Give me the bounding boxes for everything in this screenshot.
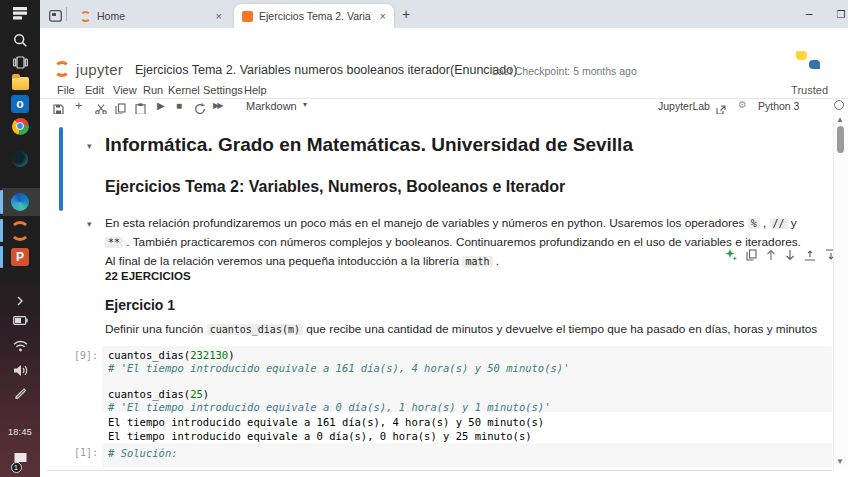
menu-view[interactable]: View	[113, 84, 137, 96]
tab-close-icon[interactable]: ×	[380, 10, 386, 22]
intro-paragraph: En esta relación profundizaremos un poco…	[105, 214, 812, 271]
scrollbar-thumb[interactable]	[837, 126, 844, 153]
tab-divider	[66, 7, 67, 21]
code-lines: cuantos_dias(232130)# 'El tiempo introdu…	[102, 346, 832, 414]
debugger-icon[interactable]: ⚙	[738, 99, 747, 110]
file-explorer-icon[interactable]	[0, 74, 40, 92]
exercise-1-paragraph: Definir una función cuantos_dias(m) que …	[105, 320, 825, 339]
menu-settings[interactable]: Settings	[203, 84, 243, 96]
powerpoint-icon[interactable]: P	[0, 248, 40, 266]
scrollbar-track[interactable]	[833, 114, 848, 470]
start-button[interactable]	[0, 4, 40, 22]
scroll-down-arrow[interactable]: ▼	[836, 457, 844, 466]
browser-toolbar: ← i localhost:8888/notebooks/Desktop/UNI…	[40, 28, 848, 56]
jupyter-logo-icon[interactable]	[54, 61, 70, 77]
tab-home[interactable]: Home ×	[72, 4, 230, 28]
heading-1: Informática. Grado en Matemáticas. Unive…	[105, 134, 633, 156]
volume-icon[interactable]	[0, 362, 40, 378]
menu-run[interactable]: Run	[143, 84, 163, 96]
tab-actions-icon[interactable]	[49, 8, 62, 26]
jupyter-logo-text[interactable]: jupyter	[76, 61, 123, 78]
chrome-icon[interactable]	[0, 117, 40, 135]
notifications-icon[interactable]: 1	[0, 452, 40, 470]
heading-2: Ejercicios Tema 2: Variables, Numeros, B…	[105, 178, 565, 196]
trusted-badge: Trusted	[791, 84, 828, 96]
execution-prompt: [1]:	[72, 447, 98, 458]
browser-titlebar: Home × Ejercicios Tema 2. Variables nume…	[40, 0, 848, 28]
exercise-count: 22 EJERCICIOS	[105, 270, 191, 282]
maximize-button[interactable]: ❐	[826, 0, 848, 28]
heading-3: Ejercicio 1	[105, 297, 175, 313]
tab-title: Home	[97, 10, 125, 22]
edge-icon[interactable]	[0, 193, 40, 211]
outlook-icon[interactable]: o	[0, 95, 40, 113]
chevron-down-icon: ▾	[303, 100, 307, 109]
jupyter-icon[interactable]	[0, 222, 40, 240]
jupyter-favicon	[80, 11, 91, 22]
notification-badge: 1	[11, 462, 22, 473]
task-view-icon[interactable]	[0, 53, 40, 71]
notebook-bottom-border	[47, 470, 832, 471]
dark-app-icon[interactable]	[0, 150, 40, 168]
run-cell-icon[interactable]: ▶	[157, 100, 165, 111]
code-lines: # Solución:	[102, 443, 832, 460]
collapse-caret-icon[interactable]: ▾	[87, 141, 92, 151]
open-jupyterlab-link[interactable]: JupyterLab	[658, 100, 710, 112]
wifi-icon[interactable]	[0, 338, 40, 354]
notebook-content: ▾ Informática. Grado en Matemáticas. Uni…	[40, 114, 833, 470]
tab-close-icon[interactable]: ×	[216, 10, 222, 22]
menu-kernel[interactable]: Kernel	[168, 84, 200, 96]
selected-cell-indicator	[59, 127, 63, 211]
code-editor[interactable]: cuantos_dias(232130)# 'El tiempo introdu…	[102, 346, 832, 412]
minimize-button[interactable]: –	[794, 0, 824, 28]
cell-type-dropdown[interactable]: Markdown	[246, 100, 297, 112]
battery-icon[interactable]	[0, 313, 40, 327]
scroll-up-arrow[interactable]: ▲	[836, 115, 844, 124]
tab-title: Ejercicios Tema 2. Variables nume	[259, 10, 371, 22]
pen-icon[interactable]	[0, 385, 40, 401]
kernel-status-icon	[834, 100, 844, 110]
notebook-title[interactable]: Ejercicios Tema 2. Variables numeros boo…	[135, 63, 517, 77]
run-all-icon[interactable]: ▶▶	[213, 101, 221, 110]
stop-kernel-icon[interactable]: ■	[176, 100, 182, 111]
new-tab-button[interactable]: +	[402, 6, 410, 22]
cell-output: El tiempo introducido equivale a 161 día…	[108, 416, 544, 443]
checkpoint-text: Last Checkpoint: 5 months ago	[492, 65, 637, 77]
menu-edit[interactable]: Edit	[85, 84, 104, 96]
menu-help[interactable]: Help	[244, 84, 267, 96]
notebook-menubar: File Edit View Run Kernel Settings Help …	[40, 84, 848, 99]
show-hidden-icons-chevron[interactable]	[0, 293, 40, 309]
folder-icon	[12, 77, 29, 90]
code-editor[interactable]: # Solución:	[102, 443, 832, 468]
insert-cell-icon[interactable]: +	[75, 98, 83, 113]
taskbar-clock[interactable]: 18:45	[0, 426, 40, 438]
taskbar: o P 18:45 1	[0, 0, 40, 477]
collapse-caret-icon[interactable]: ▾	[87, 219, 92, 229]
notebook-favicon	[242, 11, 253, 22]
search-icon[interactable]	[0, 31, 40, 49]
execution-prompt: [9]:	[72, 350, 98, 361]
menu-file[interactable]: File	[57, 84, 75, 96]
tab-notebook[interactable]: Ejercicios Tema 2. Variables nume ×	[234, 4, 394, 28]
insert-cell-below-icon[interactable]	[825, 247, 833, 265]
notebook-header: jupyter Ejercicios Tema 2. Variables num…	[40, 55, 848, 84]
